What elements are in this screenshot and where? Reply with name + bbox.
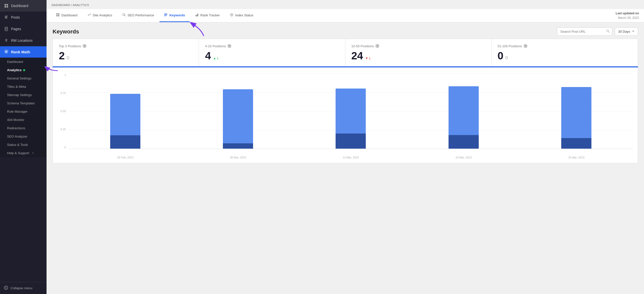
- bar-stack-2: [336, 89, 366, 149]
- tab-rank-tracker-label: Rank Tracker: [200, 13, 220, 17]
- bar-bottom-2: [336, 134, 366, 149]
- tab-site-analytics-label: Site Analytics: [93, 13, 112, 17]
- svg-rect-3: [7, 6, 8, 8]
- search-post-url-input[interactable]: [557, 27, 612, 36]
- stat-top3-value-row: 2 0: [59, 51, 193, 61]
- collapse-menu-button[interactable]: Collapse menu: [0, 282, 47, 294]
- stat-4-10-value-row: 4 ▲ 1: [205, 51, 339, 61]
- svg-point-10: [6, 39, 7, 41]
- tab-seo-performance[interactable]: SEO Performance: [118, 9, 159, 22]
- main-content: DASHBOARD / ANALYTICS Dashboard Site Ana…: [47, 0, 644, 294]
- stats-grid: Top 3 Positions ? 2 0 4-10 Positions ? 4…: [53, 39, 638, 66]
- bar-top-0: [110, 94, 140, 135]
- submenu-status-tools-label: Status & Tools: [7, 143, 28, 147]
- stat-top3-label: Top 3 Positions ?: [59, 44, 193, 48]
- svg-rect-0: [5, 4, 6, 6]
- last-updated-label: Last updated on: [616, 11, 639, 16]
- stat-10-50-number: 24: [351, 51, 363, 61]
- help-icon-51-100[interactable]: ?: [524, 44, 528, 48]
- sidebar-item-dashboard-label: Dashboard: [11, 4, 28, 8]
- tab-seo-icon: [122, 13, 126, 17]
- help-icon-4-10[interactable]: ?: [227, 44, 231, 48]
- x-label-1: 06 Mar, 2023: [182, 156, 294, 159]
- svg-rect-16: [58, 13, 59, 15]
- breadcrumb-current: ANALYTICS: [73, 4, 89, 7]
- sidebar-item-rank-math[interactable]: R Rank Math: [0, 46, 47, 58]
- sidebar-submenu-seo-analyzer[interactable]: SEO Analyzer: [0, 132, 47, 141]
- up-arrow-icon: ▲: [213, 56, 216, 60]
- y-label-075: 0.75: [58, 92, 66, 95]
- svg-rect-24: [196, 14, 197, 16]
- chevron-down-icon: [632, 30, 635, 33]
- bar-group-2: [331, 73, 371, 149]
- tab-site-analytics[interactable]: Site Analytics: [83, 9, 117, 22]
- sidebar-submenu-404-monitor[interactable]: 404 Monitor: [0, 116, 47, 124]
- help-icon-top3[interactable]: ?: [83, 44, 87, 48]
- stat-4-10-change: ▲ 1: [213, 56, 219, 60]
- submenu-redirections-label: Redirections: [7, 126, 25, 130]
- search-icon[interactable]: [606, 29, 610, 34]
- bar-bottom-1: [223, 143, 253, 149]
- bar-top-2: [336, 89, 366, 134]
- submenu-role-manager-label: Role Manager: [7, 110, 28, 113]
- svg-rect-2: [5, 6, 6, 8]
- y-label-025: 0.25: [58, 128, 66, 131]
- submenu-sitemap-label: Sitemap Settings: [7, 93, 32, 97]
- tab-rank-tracker[interactable]: Rank Tracker: [191, 9, 224, 22]
- sidebar-item-posts-label: Posts: [11, 15, 20, 19]
- page-header: Keywords 30 Days: [47, 22, 644, 39]
- sidebar-item-pages-label: Pages: [11, 27, 21, 31]
- tab-keywords-icon: [164, 13, 168, 17]
- chart-bars-area: [69, 73, 633, 149]
- sidebar-submenu-sitemap[interactable]: Sitemap Settings: [0, 91, 47, 99]
- tab-rank-tracker-icon: [195, 13, 199, 17]
- stat-51-100-label: 51-100 Positions ?: [498, 44, 632, 48]
- sidebar: Dashboard Posts Pages RM Locations R Ran…: [0, 0, 47, 294]
- sidebar-item-pages[interactable]: Pages: [0, 23, 47, 35]
- sidebar-submenu-analytics[interactable]: Analytics: [0, 66, 47, 74]
- sidebar-submenu-schema[interactable]: Schema Templates: [0, 99, 47, 107]
- collapse-menu-label: Collapse menu: [11, 286, 32, 290]
- stat-4-10-label: 4-10 Positions ?: [205, 44, 339, 48]
- svg-rect-21: [164, 15, 167, 15]
- sidebar-submenu-role-manager[interactable]: Role Manager: [0, 107, 47, 116]
- y-label-1: 1: [58, 73, 66, 76]
- sidebar-submenu-status-tools[interactable]: Status & Tools: [0, 141, 47, 149]
- x-label-0: 28 Feb, 2023: [69, 156, 182, 159]
- svg-rect-4: [5, 16, 8, 16]
- sidebar-submenu-titles-meta[interactable]: Titles & Meta: [0, 82, 47, 91]
- stat-card-4-10: 4-10 Positions ? 4 ▲ 1: [199, 39, 345, 66]
- sidebar-item-posts[interactable]: Posts: [0, 12, 47, 23]
- chart-container: 1 0.75 0.50 0.25 0: [58, 73, 633, 159]
- svg-rect-18: [58, 15, 59, 16]
- tab-dashboard[interactable]: Dashboard: [52, 9, 82, 22]
- sidebar-submenu-redirections[interactable]: Redirections: [0, 124, 47, 132]
- svg-rect-25: [197, 14, 198, 16]
- external-link-icon: ↗: [32, 152, 34, 154]
- stat-top3-number: 2: [59, 51, 65, 61]
- bar-top-4: [561, 87, 591, 138]
- bar-bottom-0: [110, 135, 140, 149]
- bar-stack-0: [110, 94, 140, 149]
- x-label-3: 18 Mar, 2023: [407, 156, 520, 159]
- tab-dashboard-icon: [56, 13, 60, 17]
- tab-keywords[interactable]: Keywords: [159, 9, 189, 22]
- search-input-wrap: [557, 27, 612, 36]
- bar-group-0: [105, 73, 145, 149]
- sidebar-submenu-dashboard[interactable]: Dashboard: [0, 58, 47, 66]
- submenu-dashboard-label: Dashboard: [7, 60, 23, 64]
- x-label-4: 25 Mar, 2023: [520, 156, 633, 159]
- sidebar-submenu: Dashboard Analytics General Settings Tit…: [0, 58, 47, 157]
- sidebar-submenu-general-settings[interactable]: General Settings: [0, 74, 47, 82]
- tab-index-status[interactable]: Index Status: [225, 9, 258, 22]
- svg-rect-17: [56, 15, 58, 16]
- sidebar-item-dashboard[interactable]: Dashboard: [0, 0, 47, 12]
- tabs-bar: Dashboard Site Analytics SEO Performance…: [47, 9, 644, 22]
- sidebar-item-rm-locations[interactable]: RM Locations: [0, 35, 47, 46]
- days-select[interactable]: 30 Days: [615, 27, 638, 36]
- help-icon-10-50[interactable]: ?: [375, 44, 379, 48]
- bar-stack-4: [561, 87, 591, 149]
- submenu-schema-label: Schema Templates: [7, 101, 35, 105]
- sidebar-submenu-help-support[interactable]: Help & Support ↗: [0, 149, 47, 157]
- submenu-general-settings-label: General Settings: [7, 76, 31, 80]
